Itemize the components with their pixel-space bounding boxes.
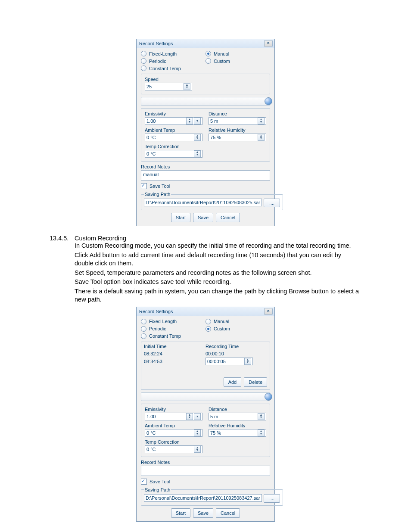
cancel-button[interactable]: Cancel <box>216 508 240 518</box>
spin-icon[interactable] <box>258 429 265 436</box>
table-row[interactable]: 08:32:24 00:00:10 <box>144 350 267 358</box>
speed-label: Speed <box>145 77 266 82</box>
save-button[interactable]: Save <box>193 508 213 518</box>
delete-button[interactable]: Delete <box>244 377 267 387</box>
radio-custom[interactable]: Custom <box>206 58 270 64</box>
ambient-label: Ambient Temp <box>145 128 202 133</box>
paragraph: Save Tool option box indicates save tool… <box>75 278 361 286</box>
cell-recording: 00:00:10 <box>206 351 267 356</box>
humidity-label: Relative Humidity <box>209 423 266 428</box>
section-number: 13.4.5. <box>50 235 70 242</box>
section-title: Custom Recording <box>75 235 131 242</box>
radio-manual[interactable]: Manual <box>206 319 270 324</box>
col-initial-time: Initial Time <box>144 344 206 349</box>
record-settings-dialog-2: Record Settings ✕ Fixed-Length Manual Pe… <box>136 307 275 522</box>
chevron-down-icon[interactable]: ▾ <box>194 118 201 124</box>
saving-path-value: D:\Personal\Documents\IrReport\201109250… <box>146 200 260 205</box>
chevron-down-icon[interactable]: ▾ <box>194 413 201 420</box>
spin-icon[interactable] <box>194 446 201 453</box>
humidity-input[interactable]: 75 % <box>209 134 266 141</box>
close-icon[interactable]: ✕ <box>264 308 273 315</box>
radio-fixed-length[interactable]: Fixed-Length <box>141 51 206 56</box>
save-tool-checkbox[interactable]: Save Tool <box>141 183 270 189</box>
tempcorr-input[interactable]: 0 °C <box>145 150 202 158</box>
checkbox-icon <box>141 479 147 485</box>
emissivity-input[interactable]: 1.00 ▾ <box>145 413 202 420</box>
radio-label: Custom <box>214 59 230 64</box>
spin-icon[interactable] <box>194 150 201 157</box>
expand-icon[interactable] <box>265 97 272 105</box>
saving-path-group: Saving Path D:\Personal\Documents\IrRepo… <box>141 192 283 210</box>
cancel-button[interactable]: Cancel <box>216 213 240 222</box>
spin-icon[interactable] <box>258 413 265 420</box>
spin-icon[interactable] <box>194 134 201 141</box>
notes-input[interactable] <box>141 466 270 476</box>
progress-slot <box>141 97 270 106</box>
paragraph: Set Speed, temperature parameters and re… <box>75 269 361 277</box>
radio-label: Fixed-Length <box>149 51 177 56</box>
save-button[interactable]: Save <box>193 213 213 222</box>
spin-icon[interactable] <box>194 429 201 436</box>
spin-icon[interactable] <box>258 134 265 141</box>
save-tool-label: Save Tool <box>149 184 170 189</box>
recording-time-input[interactable]: 00:00:05 <box>206 358 253 365</box>
titlebar: Record Settings ✕ <box>137 307 274 316</box>
speed-input[interactable]: 25 <box>145 83 192 90</box>
emissivity-value: 1.00 <box>146 118 156 124</box>
ambient-input[interactable]: 0 °C <box>145 134 202 141</box>
distance-label: Distance <box>209 407 266 412</box>
checkbox-icon <box>141 183 147 189</box>
section-body: In Custom Recording mode, you can specif… <box>75 242 361 305</box>
tempcorr-label: Temp Correction <box>145 144 202 149</box>
distance-input[interactable]: 5 m <box>209 413 266 420</box>
radio-label: Periodic <box>149 326 166 331</box>
radio-constant-temp[interactable]: Constant Temp <box>141 65 206 71</box>
humidity-input[interactable]: 75 % <box>209 429 266 437</box>
radio-label: Manual <box>214 319 229 324</box>
notes-label: Record Notes <box>141 164 270 169</box>
radio-fixed-length[interactable]: Fixed-Length <box>141 319 206 324</box>
radio-periodic[interactable]: Periodic <box>141 58 206 64</box>
table-row[interactable]: 08:34:53 00:00:05 <box>144 358 267 365</box>
radio-periodic[interactable]: Periodic <box>141 326 206 332</box>
radio-label: Periodic <box>149 59 166 64</box>
browse-button[interactable]: .... <box>264 199 280 207</box>
distance-input[interactable]: 5 m <box>209 117 266 125</box>
start-button[interactable]: Start <box>171 508 190 518</box>
section-13-4-5: 13.4.5. Custom Recording <box>50 235 361 242</box>
notes-input[interactable]: manual <box>141 170 270 180</box>
spin-icon[interactable] <box>258 118 265 124</box>
notes-value: manual <box>143 172 159 177</box>
expand-icon[interactable] <box>265 393 272 401</box>
radio-label: Constant Temp <box>149 66 181 71</box>
paragraph: Click Add button to add current time and… <box>75 251 361 268</box>
close-icon[interactable]: ✕ <box>264 40 273 47</box>
emissivity-input[interactable]: 1.00 ▾ <box>145 117 202 125</box>
browse-button[interactable]: .... <box>264 494 280 503</box>
spin-icon[interactable] <box>186 118 193 124</box>
start-button[interactable]: Start <box>171 213 190 222</box>
tempcorr-value: 0 °C <box>146 151 156 156</box>
radio-label: Constant Temp <box>149 333 181 339</box>
spin-icon[interactable] <box>184 83 190 90</box>
ambient-input[interactable]: 0 °C <box>145 429 202 437</box>
add-button[interactable]: Add <box>224 377 242 387</box>
speed-value: 25 <box>146 84 152 89</box>
params-group: Emissivity 1.00 ▾ Distance 5 m <box>141 404 270 457</box>
window-title: Record Settings <box>139 41 173 46</box>
distance-label: Distance <box>209 111 266 116</box>
tempcorr-input[interactable]: 0 °C <box>145 445 202 453</box>
humidity-value: 75 % <box>210 135 221 140</box>
saving-path-input[interactable]: D:\Personal\Documents\IrReport\201109250… <box>144 199 262 206</box>
tempcorr-label: Temp Correction <box>145 439 202 445</box>
radio-manual[interactable]: Manual <box>206 51 270 56</box>
save-tool-label: Save Tool <box>149 479 170 484</box>
spin-icon[interactable] <box>186 413 193 420</box>
radio-constant-temp[interactable]: Constant Temp <box>141 333 206 339</box>
notes-label: Record Notes <box>141 460 270 465</box>
saving-path-input[interactable]: D:\Personal\Documents\IrReport\201109250… <box>144 494 262 502</box>
spin-icon[interactable] <box>244 358 251 365</box>
titlebar: Record Settings ✕ <box>137 39 274 48</box>
radio-custom[interactable]: Custom <box>206 326 270 332</box>
save-tool-checkbox[interactable]: Save Tool <box>141 479 270 485</box>
